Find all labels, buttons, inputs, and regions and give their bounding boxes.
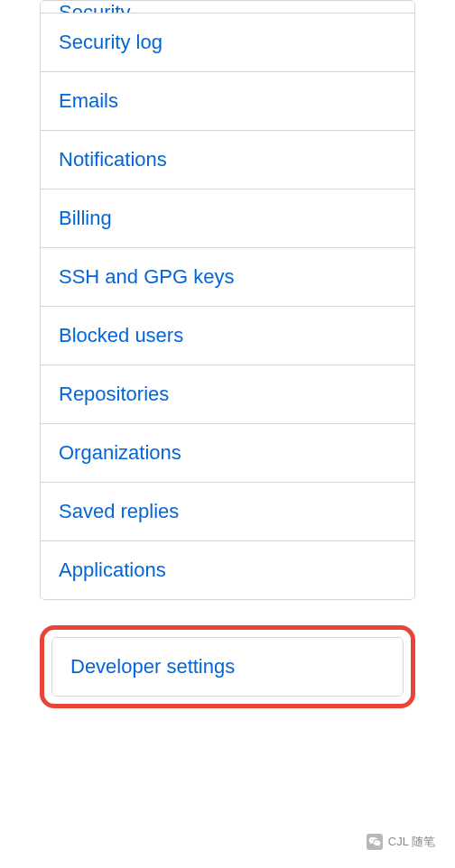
menu-item-billing[interactable]: Billing	[41, 189, 414, 248]
settings-menu-list: Security Security log Emails Notificatio…	[40, 0, 415, 600]
wechat-icon	[367, 834, 383, 850]
watermark-text: CJL 随笔	[388, 834, 435, 850]
menu-item-blocked-users[interactable]: Blocked users	[41, 307, 414, 365]
menu-item-developer-settings[interactable]: Developer settings	[52, 638, 403, 696]
menu-item-emails[interactable]: Emails	[41, 72, 414, 131]
menu-item-organizations[interactable]: Organizations	[41, 424, 414, 483]
menu-item-applications[interactable]: Applications	[41, 541, 414, 599]
menu-item-ssh-gpg-keys[interactable]: SSH and GPG keys	[41, 248, 414, 307]
menu-item-notifications[interactable]: Notifications	[41, 131, 414, 189]
watermark: CJL 随笔	[367, 834, 435, 850]
menu-item-saved-replies[interactable]: Saved replies	[41, 483, 414, 541]
menu-item-repositories[interactable]: Repositories	[41, 365, 414, 424]
menu-item-security[interactable]: Security	[41, 1, 414, 14]
developer-settings-box: Developer settings	[51, 637, 404, 697]
menu-item-security-log[interactable]: Security log	[41, 14, 414, 72]
highlight-annotation: Developer settings	[40, 625, 415, 708]
